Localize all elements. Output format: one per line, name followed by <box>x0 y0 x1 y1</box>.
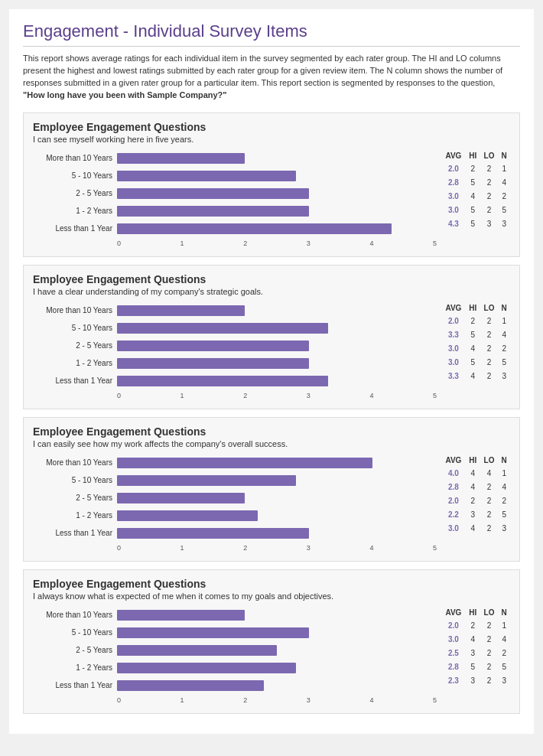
stats-avg: 2.5 <box>441 647 466 660</box>
bar-track <box>117 188 437 199</box>
bar-track <box>117 206 437 217</box>
bar-label: Less than 1 Year <box>33 529 117 537</box>
stats-row: 3.0525 <box>441 204 510 217</box>
bar-track <box>117 680 437 691</box>
bar-label: 2 - 5 Years <box>33 494 117 502</box>
stats-avg: 4.0 <box>441 467 466 481</box>
bar-label: Less than 1 Year <box>33 681 117 689</box>
stats-hi: 4 <box>466 522 480 536</box>
bar-fill <box>117 323 328 334</box>
stats-lo: 3 <box>480 217 499 231</box>
stats-avg: 2.0 <box>441 619 466 633</box>
stats-col-header: HI <box>466 152 480 162</box>
axis-labels: 012345 <box>117 544 437 552</box>
bar-fill <box>117 493 245 503</box>
stats-avg: 3.0 <box>441 204 466 217</box>
section-4: Employee Engagement QuestionsI always kn… <box>23 569 520 714</box>
bar-fill <box>117 358 309 369</box>
stats-row: 4.3533 <box>441 217 510 231</box>
bar-row: 1 - 2 Years <box>33 357 437 370</box>
axis-row: 012345 <box>33 392 437 399</box>
axis-labels: 012345 <box>117 696 437 704</box>
bar-row: Less than 1 Year <box>33 526 437 540</box>
section-2-stats: AVGHILON2.02213.35243.04223.05253.3423 <box>441 304 510 383</box>
axis-label: 2 <box>243 240 247 247</box>
bar-label: Less than 1 Year <box>33 376 117 385</box>
stats-n: 1 <box>498 314 510 328</box>
stats-row: 2.0221 <box>441 314 510 328</box>
axis-label: 3 <box>307 392 311 399</box>
stats-avg: 3.0 <box>441 522 466 536</box>
bar-fill <box>117 188 309 199</box>
stats-avg: 3.0 <box>441 190 466 204</box>
stats-col-header: N <box>498 608 510 619</box>
stats-hi: 5 <box>466 176 480 190</box>
bar-track <box>117 305 437 316</box>
bar-row: More than 10 Years <box>33 304 437 318</box>
bar-label: More than 10 Years <box>33 306 117 314</box>
stats-row: 2.0221 <box>441 619 510 633</box>
stats-row: 3.3524 <box>441 328 510 342</box>
stats-lo: 2 <box>480 494 499 508</box>
stats-lo: 2 <box>480 674 499 688</box>
section-4-subtitle: I always know what is expected of me whe… <box>33 591 510 601</box>
stats-avg: 2.0 <box>441 314 466 328</box>
stats-col-header: HI <box>466 456 480 467</box>
bar-track <box>117 645 437 656</box>
stats-hi: 5 <box>466 660 480 674</box>
stats-lo: 2 <box>480 481 499 494</box>
stats-row: 2.5322 <box>441 647 510 660</box>
section-1-title: Employee Engagement Questions <box>33 121 510 133</box>
bar-label: 1 - 2 Years <box>33 207 117 215</box>
bar-row: 2 - 5 Years <box>33 187 437 200</box>
stats-hi: 2 <box>466 494 480 508</box>
stats-row: 3.0525 <box>441 356 510 370</box>
stats-avg: 2.8 <box>441 660 466 674</box>
stats-n: 3 <box>498 522 510 536</box>
axis-label: 0 <box>117 544 121 552</box>
bar-track <box>117 358 437 369</box>
section-1-stats: AVGHILON2.02212.85243.04223.05254.3533 <box>441 152 510 231</box>
stats-hi: 4 <box>466 190 480 204</box>
stats-avg: 2.8 <box>441 481 466 494</box>
stats-avg: 3.3 <box>441 370 466 383</box>
stats-lo: 2 <box>480 342 499 356</box>
bar-fill <box>117 341 309 351</box>
bar-track <box>117 493 437 503</box>
bar-track <box>117 341 437 351</box>
stats-n: 4 <box>498 328 510 342</box>
axis-label: 1 <box>180 544 184 552</box>
bar-row: Less than 1 Year <box>33 679 437 692</box>
stats-n: 5 <box>498 204 510 217</box>
stats-n: 2 <box>498 647 510 660</box>
bar-label: 5 - 10 Years <box>33 171 117 180</box>
stats-col-header: LO <box>480 152 499 162</box>
bar-row: More than 10 Years <box>33 456 437 470</box>
stats-n: 1 <box>498 619 510 633</box>
axis-label: 4 <box>369 696 373 704</box>
section-1-chart: More than 10 Years5 - 10 Years2 - 5 Year… <box>33 152 510 247</box>
stats-col-header: LO <box>480 304 499 314</box>
axis-row: 012345 <box>33 544 437 552</box>
bar-track <box>117 458 437 468</box>
section-3-stats: AVGHILON4.04412.84242.02222.23253.0423 <box>441 456 510 536</box>
stats-row: 2.8424 <box>441 481 510 494</box>
axis-label: 5 <box>433 544 437 552</box>
section-3-bars: More than 10 Years5 - 10 Years2 - 5 Year… <box>33 456 441 552</box>
bar-row: 2 - 5 Years <box>33 644 437 657</box>
bar-track <box>117 153 437 164</box>
bar-fill <box>117 305 245 316</box>
stats-avg: 3.0 <box>441 633 466 647</box>
stats-n: 5 <box>498 356 510 370</box>
bar-row: 5 - 10 Years <box>33 321 437 335</box>
bar-fill <box>117 528 309 539</box>
stats-lo: 2 <box>480 633 499 647</box>
axis-label: 2 <box>243 696 247 704</box>
stats-n: 2 <box>498 190 510 204</box>
bar-fill <box>117 645 277 656</box>
section-2: Employee Engagement QuestionsI have a cl… <box>23 265 520 409</box>
intro-text-body: This report shows average ratings for ea… <box>23 54 502 87</box>
stats-n: 4 <box>498 176 510 190</box>
bar-label: More than 10 Years <box>33 611 117 619</box>
section-4-title: Employee Engagement Questions <box>33 578 510 590</box>
